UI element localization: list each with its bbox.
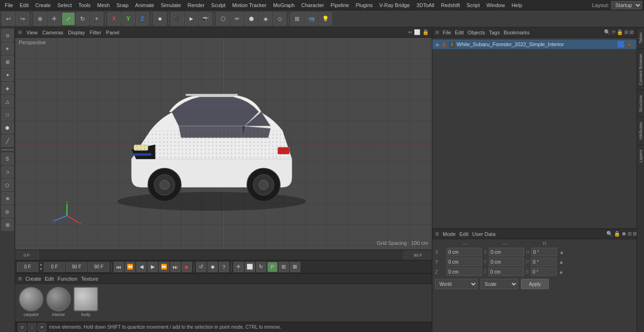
- object-item-car[interactable]: ▶ L 0 White_Subaru_Forester_2022_Simple_…: [432, 40, 636, 49]
- x-axis-button[interactable]: X: [107, 12, 121, 25]
- mat-function-btn[interactable]: Function: [58, 276, 77, 282]
- left-tool-8[interactable]: ⬢: [1, 121, 14, 134]
- left-tool-12[interactable]: ⬡: [1, 179, 14, 191]
- obj-visibility-btn[interactable]: •: [626, 41, 633, 48]
- menu-character[interactable]: Character: [298, 1, 327, 9]
- tab-content-browser[interactable]: Content Browser: [637, 49, 644, 90]
- menu-mesh[interactable]: Mesh: [94, 1, 113, 9]
- attr-edit-btn[interactable]: Edit: [460, 231, 469, 237]
- left-tool-13[interactable]: ⊕: [1, 192, 14, 204]
- render-picture-button[interactable]: 📷: [199, 12, 212, 25]
- menu-3dtoall[interactable]: 3DToAll: [413, 1, 437, 9]
- param-button[interactable]: P: [267, 262, 278, 272]
- transform-button[interactable]: ✛: [233, 262, 244, 272]
- menu-select[interactable]: Select: [55, 1, 75, 9]
- left-tool-10[interactable]: S: [1, 153, 14, 165]
- attr-record-icon[interactable]: ⏺: [621, 231, 627, 237]
- view-menu-item[interactable]: View: [26, 30, 38, 35]
- menu-render[interactable]: Render: [185, 1, 207, 9]
- rotate-tool-button[interactable]: ↻: [76, 12, 89, 25]
- attr-search-icon[interactable]: 🔍: [606, 231, 613, 237]
- world-select[interactable]: World Local: [435, 279, 478, 289]
- left-tool-14[interactable]: ◎: [1, 205, 14, 218]
- menu-motion-tracker[interactable]: Motion Tracker: [229, 1, 269, 9]
- menu-vray[interactable]: V-Ray Bridge: [377, 1, 413, 9]
- camera-button[interactable]: 📹: [305, 12, 318, 25]
- menu-pipeline[interactable]: Pipeline: [328, 1, 352, 9]
- tab-structure[interactable]: Structure: [637, 90, 644, 117]
- render-region-button[interactable]: ⬛: [171, 12, 184, 25]
- menu-mograph[interactable]: MoGraph: [270, 1, 297, 9]
- viewport[interactable]: Perspective: [15, 38, 432, 250]
- menu-create[interactable]: Create: [33, 1, 54, 9]
- menu-window[interactable]: Window: [484, 1, 508, 9]
- select-tool-button[interactable]: ⊕: [33, 12, 47, 25]
- undo-button[interactable]: ↩: [2, 12, 15, 25]
- view-sel-button[interactable]: ◈: [259, 12, 272, 25]
- menu-plugins[interactable]: Plugins: [353, 1, 375, 9]
- attr-lock-icon[interactable]: 🔒: [614, 231, 620, 237]
- display-menu-item[interactable]: Display: [68, 30, 85, 35]
- om-icon-5[interactable]: ⊠: [629, 29, 634, 35]
- status-icon-3[interactable]: ✕: [38, 323, 46, 332]
- render-view-button[interactable]: ▶: [185, 12, 198, 25]
- om-file-btn[interactable]: File: [443, 30, 451, 35]
- view-paint-button[interactable]: ✏: [231, 12, 244, 25]
- material-body[interactable]: body: [74, 287, 98, 317]
- tab-attributes[interactable]: Attributes: [637, 117, 644, 145]
- h-input[interactable]: [531, 248, 557, 256]
- help-button[interactable]: ?: [219, 262, 229, 272]
- step-back-button[interactable]: ⏪: [125, 262, 135, 272]
- attr-icon-extra[interactable]: ⊞: [627, 231, 632, 237]
- bbox-button[interactable]: ⬜: [245, 262, 255, 272]
- h-deg-btn[interactable]: ▲: [559, 249, 564, 255]
- z-position-input[interactable]: [446, 267, 482, 276]
- loop-button[interactable]: ↺: [196, 262, 206, 272]
- layout-select[interactable]: Startup: [611, 1, 642, 9]
- object-mode-button[interactable]: ■: [153, 12, 166, 25]
- status-icon-1[interactable]: ⊙: [18, 323, 26, 332]
- view-3d-button[interactable]: ⬡: [216, 12, 230, 25]
- view-poly-button[interactable]: ⬢: [245, 12, 258, 25]
- y-size-input[interactable]: [489, 258, 524, 266]
- scale-tool-button[interactable]: ⤢: [62, 12, 75, 25]
- menu-script[interactable]: Script: [464, 1, 483, 9]
- om-tags-btn[interactable]: Tags: [489, 30, 500, 35]
- current-frame-field[interactable]: [44, 262, 65, 272]
- view-knife-button[interactable]: ◇: [273, 12, 286, 25]
- left-tool-1[interactable]: ⊙: [1, 29, 14, 41]
- end-frame-field[interactable]: [66, 262, 87, 272]
- grid-button[interactable]: ⊞: [290, 12, 304, 25]
- create-tool-button[interactable]: +: [90, 12, 103, 25]
- om-icon-2[interactable]: ⟳: [611, 29, 616, 35]
- om-icon-4[interactable]: ⊞: [624, 29, 628, 35]
- grid-btn[interactable]: ⊞: [279, 262, 289, 272]
- tab-takes[interactable]: Takes: [637, 27, 644, 49]
- redo-button[interactable]: ↪: [16, 12, 29, 25]
- play-back-button[interactable]: ◀: [136, 262, 147, 272]
- left-tool-9[interactable]: ╱: [1, 135, 14, 147]
- apply-button[interactable]: Apply: [521, 279, 549, 289]
- left-tool-2[interactable]: ☀: [1, 42, 14, 55]
- mat-edit-btn[interactable]: Edit: [45, 276, 54, 282]
- left-tool-15[interactable]: ⊞: [1, 219, 14, 231]
- material-interior[interactable]: interior: [46, 287, 71, 317]
- om-icon-3[interactable]: 🔒: [617, 29, 623, 35]
- p-deg-btn[interactable]: ▲: [559, 259, 564, 265]
- menu-help[interactable]: Help: [509, 1, 525, 9]
- om-edit-btn[interactable]: Edit: [455, 30, 464, 35]
- go-to-start-button[interactable]: ⏮: [114, 262, 124, 272]
- left-tool-5[interactable]: ◈: [1, 82, 14, 94]
- scale-select[interactable]: Scale: [480, 279, 518, 289]
- move-tool-button[interactable]: ✛: [48, 12, 61, 25]
- keyframe-button[interactable]: ◆: [207, 262, 218, 272]
- light-button[interactable]: 💡: [319, 12, 332, 25]
- b-deg-btn[interactable]: ▲: [559, 269, 564, 275]
- mat-texture-btn[interactable]: Texture: [81, 276, 98, 282]
- y-axis-button[interactable]: Y: [122, 12, 135, 25]
- start-frame-field[interactable]: [17, 262, 38, 272]
- left-tool-3[interactable]: ⊞: [1, 56, 14, 68]
- mat-create-btn[interactable]: Create: [25, 276, 41, 282]
- om-bookmarks-btn[interactable]: Bookmarks: [504, 30, 529, 35]
- cameras-menu-item[interactable]: Cameras: [42, 30, 64, 35]
